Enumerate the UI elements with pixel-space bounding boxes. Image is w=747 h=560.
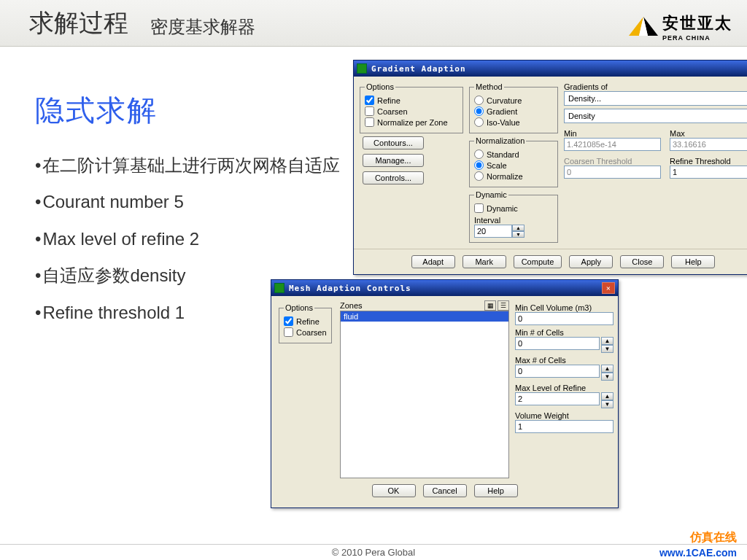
select-all-icon[interactable]: ▦ — [484, 300, 496, 311]
refine-checkbox[interactable]: Refine — [284, 316, 327, 326]
help-button[interactable]: Help — [671, 255, 715, 268]
max-label: Max — [670, 129, 747, 138]
method-legend: Method — [474, 82, 504, 91]
dialog-button-row: Adapt Mark Compute Apply Close Help — [354, 249, 747, 274]
mesh-adaption-controls-window[interactable]: Mesh Adaption Controls × Options Refine … — [271, 279, 619, 508]
help-button[interactable]: Help — [474, 484, 518, 497]
slide-header: 求解过程 密度基求解器 安世亚太 PERA CHINA — [0, 0, 747, 47]
min-cell-volume-input[interactable] — [515, 312, 614, 325]
apply-button[interactable]: Apply — [569, 255, 613, 268]
window-icon — [357, 63, 367, 74]
gradients-of-label: Gradients of — [564, 82, 747, 91]
titlebar[interactable]: Mesh Adaption Controls × — [271, 280, 618, 296]
volume-weight-input[interactable] — [515, 420, 614, 433]
mark-button[interactable]: Mark — [462, 255, 506, 268]
interval-spinner[interactable]: ▲▼ — [474, 225, 525, 238]
logo-en: PERA CHINA — [662, 34, 732, 42]
spin-down-icon[interactable]: ▼ — [512, 231, 525, 238]
watermark-title: 仿真在线 — [690, 530, 737, 545]
cancel-button[interactable]: Cancel — [423, 484, 467, 497]
list-item: 在二阶计算基础上进行两次网格自适应 — [35, 147, 340, 184]
zones-label: Zones — [340, 301, 363, 310]
manage-button[interactable]: Manage... — [363, 154, 424, 167]
max-cells-input[interactable] — [515, 365, 600, 378]
options-legend: Options — [284, 303, 314, 312]
interval-input[interactable] — [474, 225, 512, 238]
dialog-button-row: OK Cancel Help — [276, 478, 614, 503]
min-cells-label: Min # of Cells — [515, 328, 614, 337]
volume-weight-label: Volume Weight — [515, 411, 614, 420]
watermark-site: www.1CAE.com — [659, 547, 737, 559]
normalize-radio[interactable]: Normalize — [474, 171, 553, 181]
slide-body: 隐式求解 在二阶计算基础上进行两次网格自适应 Courant number 5 … — [0, 47, 747, 560]
gradients-of-select-1[interactable]: Density... — [564, 91, 747, 106]
options-group: Options Refine Coarsen — [279, 303, 332, 343]
close-icon[interactable]: × — [602, 282, 615, 294]
options-group: Options Refine Coarsen Normalize per Zon… — [360, 82, 463, 133]
gradients-of-select-2[interactable]: Density — [564, 109, 747, 123]
logo: 安世亚太 PERA CHINA — [629, 12, 732, 42]
list-item: Max level of refine 2 — [35, 221, 340, 257]
min-cells-input[interactable] — [515, 337, 600, 350]
normalize-per-zone-checkbox[interactable]: Normalize per Zone — [365, 117, 458, 127]
section-title: 隐式求解 — [35, 90, 158, 131]
max-level-refine-label: Max Level of Refine — [515, 384, 614, 392]
gradient-adaption-window[interactable]: Gradient Adaption × Options Refine Coars… — [353, 60, 747, 275]
refine-threshold-label: Refine Threshold — [670, 157, 747, 166]
refine-threshold-input[interactable] — [670, 166, 747, 179]
dynamic-group: Dynamic Dynamic Interval ▲▼ — [469, 190, 558, 243]
coarsen-threshold-input — [564, 166, 661, 179]
close-button[interactable]: Close — [620, 255, 664, 268]
compute-button[interactable]: Compute — [514, 255, 562, 268]
spin-down-icon[interactable]: ▼ — [601, 373, 614, 381]
spin-down-icon[interactable]: ▼ — [601, 345, 614, 353]
max-level-refine-input[interactable] — [515, 392, 600, 405]
spin-up-icon[interactable]: ▲ — [512, 225, 525, 231]
zone-item-fluid[interactable]: fluid — [341, 311, 508, 322]
contours-button[interactable]: Contours... — [363, 136, 424, 149]
window-title: Gradient Adaption — [371, 64, 466, 74]
max-cells-label: Max # of Cells — [515, 356, 614, 365]
coarsen-threshold-label: Coarsen Threshold — [564, 157, 661, 166]
ok-button[interactable]: OK — [372, 484, 416, 497]
options-legend: Options — [365, 82, 395, 91]
controls-button[interactable]: Controls... — [363, 171, 424, 184]
min-cell-volume-label: Min Cell Volume (m3) — [515, 303, 614, 312]
spin-up-icon[interactable]: ▲ — [601, 337, 614, 345]
list-item: Courant number 5 — [35, 184, 340, 220]
spin-up-icon[interactable]: ▲ — [601, 365, 614, 373]
interval-label: Interval — [474, 216, 553, 225]
page-title: 求解过程 — [29, 7, 128, 40]
standard-radio[interactable]: Standard — [474, 149, 553, 159]
curvature-radio[interactable]: Curvature — [474, 96, 553, 105]
scale-radio[interactable]: Scale — [474, 160, 553, 170]
adapt-button[interactable]: Adapt — [411, 255, 455, 268]
dynamic-checkbox[interactable]: Dynamic — [474, 203, 553, 213]
gradient-radio[interactable]: Gradient — [474, 106, 553, 116]
logo-cn: 安世亚太 — [662, 12, 732, 34]
spin-up-icon[interactable]: ▲ — [601, 392, 614, 400]
iso-value-radio[interactable]: Iso-Value — [474, 117, 553, 127]
footer-copyright: © 2010 Pera Global — [0, 544, 747, 558]
dynamic-legend: Dynamic — [474, 190, 508, 199]
window-title: Mesh Adaption Controls — [289, 284, 411, 293]
logo-icon — [629, 17, 658, 37]
page-subtitle: 密度基求解器 — [150, 15, 255, 39]
max-input — [670, 138, 747, 151]
normalization-legend: Normalization — [474, 136, 526, 145]
deselect-all-icon[interactable]: ☰ — [498, 300, 509, 311]
min-label: Min — [564, 129, 661, 138]
normalization-group: Normalization Standard Scale Normalize — [469, 136, 558, 187]
coarsen-checkbox[interactable]: Coarsen — [284, 327, 327, 337]
method-group: Method Curvature Gradient Iso-Value — [469, 82, 558, 133]
refine-checkbox[interactable]: Refine — [365, 96, 458, 105]
spin-down-icon[interactable]: ▼ — [601, 400, 614, 408]
zones-listbox[interactable]: fluid — [340, 311, 509, 478]
min-input — [564, 138, 661, 151]
coarsen-checkbox[interactable]: Coarsen — [365, 106, 458, 116]
window-icon — [274, 283, 285, 293]
titlebar[interactable]: Gradient Adaption × — [354, 61, 747, 77]
